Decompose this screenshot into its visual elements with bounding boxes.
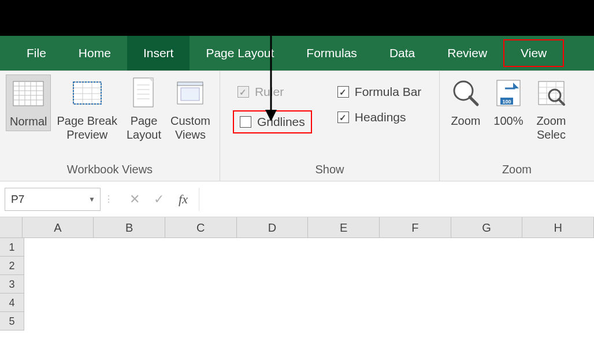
zoom-100-label: 100% (493, 114, 523, 128)
col-header-b[interactable]: B (94, 217, 165, 237)
gridlines-checkbox[interactable] (240, 116, 251, 128)
ribbon-view: Normal Page Break Preview (0, 70, 594, 181)
row-headers: 1 2 3 4 5 (0, 238, 24, 330)
formula-bar-checkbox-row[interactable]: Formula Bar (337, 85, 422, 99)
group-zoom: Zoom 100 100% (440, 71, 594, 181)
gridlines-label: Gridlines (257, 115, 305, 129)
zoom-100-button[interactable]: 100 100% (488, 75, 529, 130)
svg-text:100: 100 (502, 99, 511, 105)
headings-checkbox[interactable] (337, 112, 349, 123)
row-header-3[interactable]: 3 (0, 275, 24, 294)
zoom-selection-label: Zoom Selec (536, 114, 566, 142)
formula-bar-label: Formula Bar (355, 85, 422, 99)
formula-bar-checkbox[interactable] (337, 86, 349, 98)
zoom-label: Zoom (451, 114, 480, 128)
separator-dots: ⋮ (101, 188, 117, 211)
col-header-g[interactable]: G (451, 217, 523, 237)
normal-view-label: Normal (10, 114, 47, 128)
normal-view-button[interactable]: Normal (6, 75, 51, 131)
group-show-label: Show (226, 158, 433, 179)
col-header-e[interactable]: E (308, 217, 380, 237)
page-break-preview-icon (71, 77, 103, 109)
formula-edit-controls: ✕ ✓ fx (122, 188, 195, 211)
zoom-selection-button[interactable]: Zoom Selec (531, 75, 571, 144)
formula-input[interactable] (199, 188, 594, 211)
ruler-checkbox (237, 86, 249, 98)
col-header-d[interactable]: D (237, 217, 309, 237)
normal-view-icon (12, 77, 44, 110)
ruler-label: Ruler (255, 85, 284, 99)
svg-rect-9 (73, 82, 101, 104)
cells-area[interactable] (24, 238, 594, 330)
tab-data[interactable]: Data (373, 36, 431, 70)
col-header-a[interactable]: A (23, 217, 94, 237)
page-break-preview-label: Page Break Preview (57, 114, 117, 142)
zoom-selection-icon (535, 77, 567, 109)
page-layout-button[interactable]: Page Layout (123, 75, 165, 144)
group-workbook-views: Normal Page Break Preview (0, 71, 220, 181)
tab-page-layout[interactable]: Page Layout (190, 36, 290, 70)
col-header-f[interactable]: F (380, 217, 451, 237)
row-header-1[interactable]: 1 (0, 238, 24, 257)
ribbon-tabs: File Home Insert Page Layout Formulas Da… (0, 36, 594, 70)
group-show: Ruler Gridlines Formula Bar Headings Sho… (220, 71, 440, 181)
custom-views-button[interactable]: Custom Views (167, 75, 214, 144)
gridlines-checkbox-row[interactable]: Gridlines (233, 110, 312, 133)
tab-insert[interactable]: Insert (127, 36, 190, 70)
name-box-dropdown-icon[interactable]: ▼ (88, 195, 95, 203)
col-header-c[interactable]: C (165, 217, 237, 237)
window-top-blackbar (0, 0, 594, 36)
tab-formulas[interactable]: Formulas (290, 36, 373, 70)
worksheet: A B C D E F G H 1 2 3 4 5 (0, 217, 594, 330)
tab-view[interactable]: View (503, 39, 564, 67)
svg-rect-24 (181, 88, 199, 101)
name-box[interactable]: P7 ▼ (5, 188, 101, 211)
svg-line-26 (470, 97, 477, 105)
name-box-value: P7 (11, 193, 24, 206)
row-header-5[interactable]: 5 (0, 312, 24, 330)
row-header-2[interactable]: 2 (0, 257, 24, 275)
page-break-preview-button[interactable]: Page Break Preview (53, 75, 121, 144)
headings-label: Headings (355, 110, 406, 124)
tab-review[interactable]: Review (431, 36, 503, 70)
svg-rect-0 (13, 81, 43, 106)
tab-home[interactable]: Home (62, 36, 127, 70)
page-layout-icon (128, 77, 160, 109)
group-workbook-views-label: Workbook Views (6, 158, 214, 179)
tab-file[interactable]: File (10, 36, 62, 70)
custom-views-label: Custom Views (170, 114, 210, 142)
zoom-button[interactable]: Zoom (445, 75, 486, 130)
col-header-h[interactable]: H (522, 217, 594, 237)
svg-rect-23 (177, 82, 203, 86)
fx-icon[interactable]: fx (171, 188, 195, 211)
cancel-formula-icon[interactable]: ✕ (122, 188, 147, 211)
ruler-checkbox-row: Ruler (237, 85, 312, 99)
formula-bar-row: P7 ▼ ⋮ ✕ ✓ fx (0, 181, 594, 217)
row-header-4[interactable]: 4 (0, 294, 24, 312)
custom-views-icon (174, 77, 206, 109)
group-zoom-label: Zoom (445, 158, 588, 179)
zoom-100-icon: 100 (492, 77, 525, 109)
column-headers: A B C D E F G H (0, 217, 594, 238)
page-layout-label: Page Layout (127, 114, 161, 142)
enter-formula-icon[interactable]: ✓ (147, 188, 171, 211)
select-all-corner[interactable] (0, 217, 23, 237)
zoom-icon (450, 77, 482, 109)
svg-rect-16 (133, 78, 153, 107)
headings-checkbox-row[interactable]: Headings (337, 110, 422, 124)
